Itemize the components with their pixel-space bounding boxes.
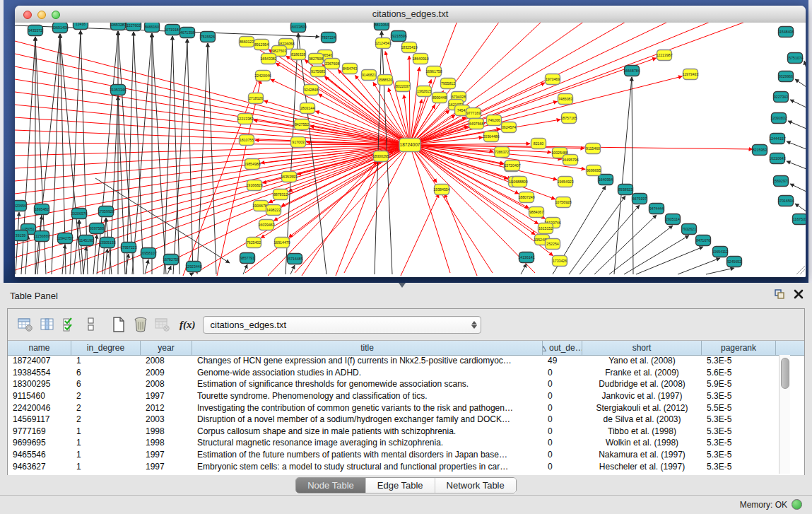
graph-node[interactable]: 7515526 [201,32,216,42]
graph-node[interactable]: 1362615 [417,86,432,97]
graph-node[interactable]: 10654112 [712,247,729,257]
graph-node[interactable]: 12416 [73,23,88,30]
graph-node[interactable]: 7386372 [495,147,510,158]
graph-node[interactable]: 1527602 [126,23,141,31]
graph-node[interactable]: 4671358 [180,28,195,38]
graph-node[interactable]: 746266 [487,115,502,126]
column-header-in_degree[interactable]: in_degree [71,341,141,355]
graph-node[interactable]: 7955812 [441,78,456,89]
graph-node[interactable]: 2718126 [249,93,264,104]
graph-node[interactable]: 19854988 [244,159,260,170]
graph-node[interactable]: 9699695 [587,165,601,176]
graph-node[interactable]: 2803144 [300,103,315,114]
tab-edge-table[interactable]: Edge Table [366,478,435,493]
graph-node[interactable]: 9146821 [362,70,377,81]
graph-node[interactable]: 7625402 [247,238,261,248]
graph-node[interactable]: 12093832 [770,113,787,124]
table-scrollbar[interactable] [779,355,790,474]
graph-node[interactable]: 16543382 [260,54,276,64]
graph-node[interactable]: 9474444 [649,204,664,214]
tab-network-table[interactable]: Network Table [435,478,516,493]
graph-node[interactable]: 17016504 [777,196,794,206]
graph-node[interactable]: 17359928 [98,206,114,217]
graph-node[interactable]: 1640954 [599,175,613,185]
table-row[interactable]: 1872400712008Changes of HCN gene express… [8,355,779,367]
split-pane-handle-icon[interactable] [399,283,406,288]
column-header-year[interactable]: year [141,341,192,355]
graph-node[interactable]: 16495796 [562,155,578,165]
graph-node[interactable]: 18724007 [399,139,420,152]
graph-node[interactable]: 6679197 [632,194,647,204]
graph-node[interactable]: 9777169 [466,108,481,119]
table-scrollbar-thumb[interactable] [781,358,789,389]
graph-node[interactable]: 16353593 [281,172,297,182]
graph-node[interactable]: 12942757 [57,233,73,244]
graph-node[interactable]: 917003 [291,137,306,148]
graph-node[interactable]: 2620656 [15,201,27,211]
graph-node[interactable]: 1733426 [553,256,567,267]
graph-node[interactable]: 14136141 [518,252,534,263]
graph-node[interactable]: 19166829 [246,180,262,191]
column-header-pagerank[interactable]: pagerank [702,341,776,355]
graph-node[interactable]: 16648784 [623,66,640,76]
function-builder-icon[interactable]: f(x) [180,319,196,331]
graph-node[interactable]: 16039463 [258,220,274,230]
graph-node[interactable]: 8660123 [240,37,254,47]
tab-node-table[interactable]: Node Table [296,478,366,493]
graph-node[interactable]: 20691406 [52,23,68,33]
graph-node[interactable]: 17957223 [120,243,136,253]
graph-node[interactable]: 7857224 [322,33,336,43]
network-window-titlebar[interactable]: citations_edges.txt [15,6,806,23]
graph-node[interactable]: 16210643 [769,153,785,164]
delete-table-icon[interactable] [153,315,172,334]
graph-node[interactable]: 12923448 [185,262,201,272]
unselect-all-icon[interactable] [82,315,100,334]
graph-node[interactable]: 3624574 [502,122,517,133]
graph-node[interactable]: 9242848 [304,85,319,95]
graph-node[interactable]: 8186328 [291,49,306,60]
graph-node[interactable]: 12213383 [237,114,253,124]
graph-node[interactable]: 8322037 [396,81,411,92]
graph-node[interactable]: 12444157 [769,134,785,144]
graph-node[interactable]: 1145190 [79,235,94,246]
graph-node[interactable]: 18640910 [412,54,428,64]
table-row[interactable]: 969969511998Structural magnetic resonanc… [8,437,779,449]
graph-node[interactable]: 11973433 [683,69,699,80]
column-header-out_de[interactable]: △out_de… [543,341,582,355]
graph-node[interactable]: 8878312 [273,189,288,200]
graph-node[interactable]: 8471676 [696,235,711,246]
graph-node[interactable]: 9175685 [311,66,326,77]
graph-node[interactable]: 1615152 [539,223,553,234]
graph-node[interactable]: 15692971 [772,176,789,187]
graph-node[interactable]: 15751074 [787,53,803,64]
memory-indicator[interactable]: Memory: OK [740,499,802,510]
graph-node[interactable]: 10719184 [164,25,180,35]
graph-node[interactable]: 1973469 [546,74,560,85]
graph-node[interactable]: 10756928 [555,197,571,208]
delete-rows-icon[interactable] [131,315,150,334]
graph-node[interactable]: 39159 [15,230,28,241]
graph-node[interactable]: 15716485 [286,254,302,264]
graph-node[interactable]: 2935114 [666,214,681,225]
graph-node[interactable]: 82160 [531,139,546,149]
network-canvas[interactable]: 9435572206914061241610653287152760284661… [15,23,806,277]
graph-node[interactable]: 20364486 [483,132,499,142]
new-table-icon[interactable] [110,315,128,334]
table-row[interactable]: 911546021997Tourette syndrome. Phenomeno… [8,390,779,402]
graph-node[interactable]: 7932621 [682,224,697,235]
graph-node[interactable]: 18300295 [372,151,389,162]
graph-node[interactable]: 21053346 [110,85,126,95]
graph-node[interactable]: 9245652 [727,257,742,267]
graph-node[interactable]: 16033809 [290,23,306,33]
table-row[interactable]: 946554611997Estimation of the future num… [8,449,779,461]
graph-node[interactable]: 22420046 [254,71,271,81]
graph-node[interactable]: 9435572 [28,25,43,36]
graph-node[interactable]: 8427552 [295,119,310,130]
graph-node[interactable]: 20206576 [71,209,87,219]
column-header-short[interactable]: short [582,341,702,355]
graph-node[interactable]: 16961758 [425,66,442,77]
table-row[interactable]: 1938455462009Genome-wide association stu… [8,367,779,379]
graph-node[interactable]: 8454743 [343,64,358,74]
graph-node[interactable]: 10653287 [110,23,126,30]
table-settings-icon[interactable] [16,315,35,334]
